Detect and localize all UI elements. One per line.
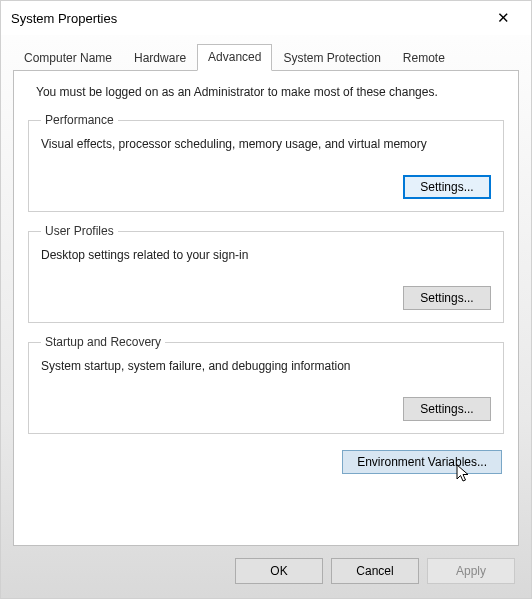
tab-system-protection[interactable]: System Protection <box>272 45 391 71</box>
close-button[interactable]: ✕ <box>481 4 525 32</box>
user-profiles-group: User Profiles Desktop settings related t… <box>28 224 504 323</box>
performance-settings-button[interactable]: Settings... <box>403 175 491 199</box>
tab-remote[interactable]: Remote <box>392 45 456 71</box>
ok-button[interactable]: OK <box>235 558 323 584</box>
close-icon: ✕ <box>497 9 510 27</box>
env-vars-row: Environment Variables... <box>28 450 504 474</box>
cancel-button[interactable]: Cancel <box>331 558 419 584</box>
window-title: System Properties <box>11 11 117 26</box>
apply-button[interactable]: Apply <box>427 558 515 584</box>
startup-recovery-group: Startup and Recovery System startup, sys… <box>28 335 504 434</box>
environment-variables-button[interactable]: Environment Variables... <box>342 450 502 474</box>
performance-group: Performance Visual effects, processor sc… <box>28 113 504 212</box>
dialog-button-row: OK Cancel Apply <box>1 546 531 598</box>
performance-button-row: Settings... <box>41 175 491 199</box>
performance-legend: Performance <box>41 113 118 127</box>
user-profiles-desc: Desktop settings related to your sign-in <box>41 248 491 262</box>
admin-notice: You must be logged on as an Administrato… <box>28 83 504 101</box>
tab-hardware[interactable]: Hardware <box>123 45 197 71</box>
system-properties-window: System Properties ✕ Computer Name Hardwa… <box>0 0 532 599</box>
user-profiles-legend: User Profiles <box>41 224 118 238</box>
startup-recovery-legend: Startup and Recovery <box>41 335 165 349</box>
startup-recovery-desc: System startup, system failure, and debu… <box>41 359 491 373</box>
startup-recovery-settings-button[interactable]: Settings... <box>403 397 491 421</box>
tab-strip: Computer Name Hardware Advanced System P… <box>1 35 531 70</box>
advanced-panel: You must be logged on as an Administrato… <box>13 70 519 546</box>
user-profiles-button-row: Settings... <box>41 286 491 310</box>
user-profiles-settings-button[interactable]: Settings... <box>403 286 491 310</box>
performance-desc: Visual effects, processor scheduling, me… <box>41 137 491 151</box>
tab-computer-name[interactable]: Computer Name <box>13 45 123 71</box>
tab-advanced[interactable]: Advanced <box>197 44 272 71</box>
startup-recovery-button-row: Settings... <box>41 397 491 421</box>
titlebar: System Properties ✕ <box>1 1 531 35</box>
